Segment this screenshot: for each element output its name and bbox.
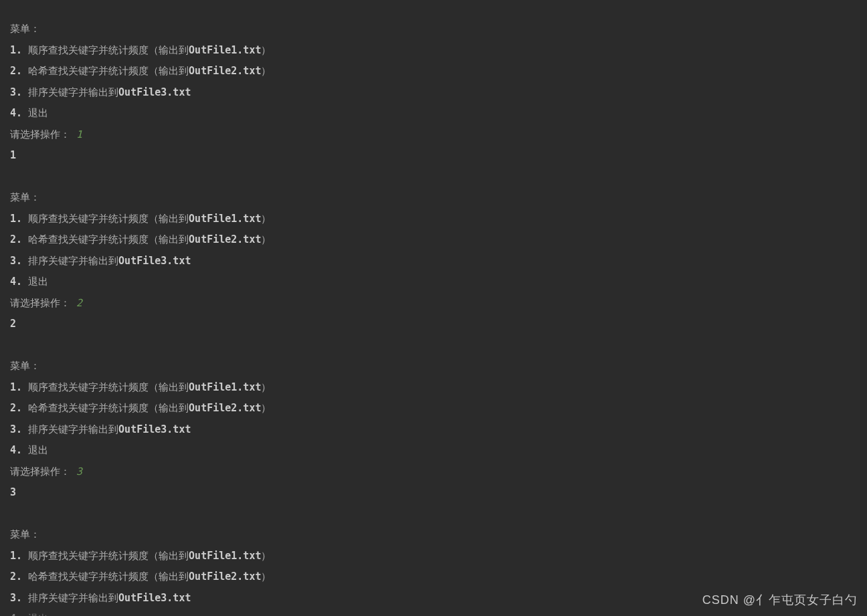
echo-output: 2 [10,318,16,330]
menu-item-num: 3. [10,592,22,604]
terminal-line: 3. 排序关键字并输出到OutFile3.txt [10,82,857,104]
menu-item-filename: OutFile2.txt [189,402,261,414]
menu-item-num: 4. [10,276,22,288]
menu-item-num: 2. [10,571,22,583]
menu-item-filename: OutFile2.txt [189,65,261,77]
terminal-line: 1. 顺序查找关键字并统计频度（输出到OutFile1.txt） [10,546,857,567]
menu-item-filename: OutFile3.txt [118,86,191,98]
menu-item-filename: OutFile1.txt [189,213,261,225]
menu-item-text: 哈希查找关键字并统计频度（输出到 [22,402,189,414]
terminal-line: 1. 顺序查找关键字并统计频度（输出到OutFile1.txt） [10,209,857,230]
terminal-line: 4. 退出 [10,103,857,124]
terminal-line: 1 [10,145,857,167]
menu-item-num: 1. [10,550,22,562]
menu-item-num: 1. [10,213,22,225]
terminal-line: 2. 哈希查找关键字并统计频度（输出到OutFile2.txt） [10,567,857,588]
terminal-line [10,504,857,525]
terminal-line: 1. 顺序查找关键字并统计频度（输出到OutFile1.txt） [10,377,857,399]
menu-item-num: 1. [10,381,22,393]
echo-output: 1 [10,149,16,161]
menu-item-filename: OutFile3.txt [118,255,191,267]
terminal-line [10,335,857,356]
menu-item-num: 2. [10,402,22,414]
menu-item-text: 退出 [22,444,48,456]
menu-title: 菜单： [10,528,40,540]
menu-item-text: 退出 [22,613,48,616]
menu-item-text: 哈希查找关键字并统计频度（输出到 [22,233,189,245]
menu-item-filename: OutFile1.txt [189,44,261,56]
terminal-line: 菜单： [10,524,857,546]
terminal-line: 请选择操作： 3 [10,461,857,483]
prompt-label: 请选择操作： [10,128,70,140]
menu-title: 菜单： [10,191,40,203]
terminal-line: 菜单： [10,187,857,209]
terminal-line: 3. 排序关键字并输出到OutFile3.txt [10,251,857,272]
terminal-line: 菜单： [10,356,857,377]
menu-item-text: 顺序查找关键字并统计频度（输出到 [22,550,189,562]
terminal-line: 请选择操作： 1 [10,124,857,146]
terminal-line [10,167,857,188]
menu-item-num: 3. [10,86,22,98]
menu-item-text: 哈希查找关键字并统计频度（输出到 [22,65,189,77]
watermark-text: CSDN @亻乍屯页女子白勺 [702,590,858,611]
menu-item-text: 排序关键字并输出到 [22,86,118,98]
menu-item-filename: OutFile2.txt [189,233,261,245]
terminal-line: 4. 退出 [10,272,857,293]
menu-item-text: 退出 [22,107,48,119]
terminal-line: 1. 顺序查找关键字并统计频度（输出到OutFile1.txt） [10,40,857,62]
prompt-label: 请选择操作： [10,466,70,478]
menu-item-text: 顺序查找关键字并统计频度（输出到 [22,213,189,225]
menu-item-text: 哈希查找关键字并统计频度（输出到 [22,571,189,583]
menu-item-num: 3. [10,255,22,267]
terminal-line: 4. 退出 [10,440,857,461]
terminal-line: 2. 哈希查找关键字并统计频度（输出到OutFile2.txt） [10,229,857,251]
menu-item-text: 顺序查找关键字并统计频度（输出到 [22,44,189,56]
terminal-line: 菜单： [10,19,857,40]
menu-item-filename: OutFile1.txt [189,381,261,393]
menu-item-num: 2. [10,233,22,245]
menu-item-text: 顺序查找关键字并统计频度（输出到 [22,381,189,393]
menu-item-text: 排序关键字并输出到 [22,255,118,267]
terminal-line: 2 [10,314,857,335]
user-input: 2 [70,297,82,309]
menu-item-num: 4. [10,444,22,456]
terminal-line: 3 [10,482,857,504]
prompt-label: 请选择操作： [10,297,70,309]
menu-title: 菜单： [10,360,40,372]
terminal-line: 3. 排序关键字并输出到OutFile3.txt [10,419,857,441]
menu-item-num: 4. [10,613,22,616]
echo-output: 3 [10,486,16,498]
user-input: 1 [70,128,82,140]
menu-item-text: 排序关键字并输出到 [22,423,118,435]
menu-item-num: 4. [10,107,22,119]
menu-item-num: 1. [10,44,22,56]
terminal-line: 请选择操作： 2 [10,293,857,314]
user-input: 3 [70,466,82,478]
menu-title: 菜单： [10,23,40,35]
terminal-line: 2. 哈希查找关键字并统计频度（输出到OutFile2.txt） [10,61,857,82]
terminal-line: 2. 哈希查找关键字并统计频度（输出到OutFile2.txt） [10,398,857,419]
menu-item-num: 3. [10,423,22,435]
menu-item-filename: OutFile1.txt [189,550,261,562]
menu-item-text: 退出 [22,276,48,288]
menu-item-filename: OutFile3.txt [118,592,191,604]
menu-item-text: 排序关键字并输出到 [22,592,118,604]
menu-item-num: 2. [10,65,22,77]
menu-item-filename: OutFile2.txt [189,571,261,583]
menu-item-filename: OutFile3.txt [118,423,191,435]
terminal-output: 菜单：1. 顺序查找关键字并统计频度（输出到OutFile1.txt）2. 哈希… [10,19,857,616]
